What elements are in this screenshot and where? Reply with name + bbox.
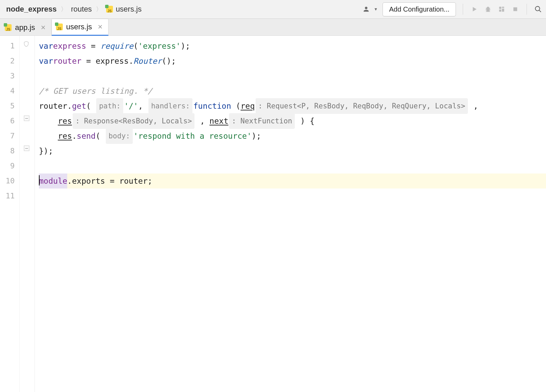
line-number-gutter: 1 2 3 4 5 6 7 8 9 10 11	[0, 36, 20, 392]
fold-toggle[interactable]	[24, 146, 29, 151]
close-icon[interactable]: ✕	[41, 24, 46, 31]
toolbar-right: ▼ Add Configuration...	[361, 2, 543, 16]
fold-gutter	[20, 36, 35, 392]
code-line: var router = express.Router();	[39, 54, 546, 69]
line-number: 7	[0, 129, 15, 144]
stop-icon[interactable]	[511, 5, 520, 14]
breadcrumb-folder[interactable]: routes	[71, 5, 92, 14]
chevron-right-icon: 〉	[96, 5, 102, 13]
inspection-shield-icon[interactable]	[23, 41, 29, 47]
run-icon[interactable]	[470, 5, 479, 14]
line-number: 4	[0, 84, 15, 99]
text-cursor	[39, 175, 40, 185]
line-number: 5	[0, 99, 15, 114]
tab-app-js[interactable]: app.js ✕	[1, 20, 52, 35]
breadcrumb: node_express 〉 routes 〉 users.js	[6, 5, 361, 14]
breadcrumb-file[interactable]: users.js	[106, 5, 142, 14]
js-file-icon	[56, 24, 63, 30]
navigation-bar: node_express 〉 routes 〉 users.js ▼ Add C…	[0, 0, 546, 19]
search-icon[interactable]	[534, 5, 543, 14]
line-number: 2	[0, 54, 15, 69]
code-line: router.get( path: '/', handlers: functio…	[39, 99, 546, 114]
chevron-down-icon: ▼	[374, 7, 378, 12]
line-number: 3	[0, 69, 15, 84]
breadcrumb-file-label: users.js	[116, 5, 142, 14]
breadcrumb-project[interactable]: node_express	[6, 5, 57, 14]
close-icon[interactable]: ✕	[98, 23, 103, 31]
code-line: var express = require('express');	[39, 39, 546, 54]
js-file-icon	[5, 24, 12, 31]
line-number: 9	[0, 159, 15, 174]
js-file-icon	[106, 6, 113, 13]
line-number: 10	[0, 174, 15, 189]
line-number: 11	[0, 189, 15, 203]
code-area[interactable]: var express = require('express'); var ro…	[35, 36, 546, 392]
debug-icon[interactable]	[484, 5, 492, 14]
chevron-right-icon: 〉	[61, 5, 67, 13]
tab-bar: app.js ✕ users.js ✕	[0, 19, 546, 36]
code-line-current: module.exports = router;	[39, 174, 546, 189]
line-number: 8	[0, 144, 15, 159]
user-dropdown[interactable]	[361, 4, 371, 14]
editor: 1 2 3 4 5 6 7 8 9 10 11 var express = re…	[0, 36, 546, 392]
add-configuration-button[interactable]: Add Configuration...	[383, 2, 456, 16]
tab-label: users.js	[66, 22, 92, 31]
coverage-icon[interactable]	[497, 5, 506, 14]
line-number: 1	[0, 39, 15, 54]
separator	[527, 4, 527, 15]
code-line: /* GET users listing. */	[39, 84, 546, 99]
tab-users-js[interactable]: users.js ✕	[52, 19, 109, 36]
code-line: });	[39, 144, 546, 159]
code-line	[39, 189, 546, 203]
separator	[463, 4, 463, 15]
code-line	[39, 69, 546, 84]
code-line: res.send( body: 'respond with a resource…	[39, 129, 546, 144]
code-line: res : Response<ResBody, Locals> , next :…	[39, 114, 546, 129]
code-line	[39, 159, 546, 174]
tab-label: app.js	[15, 23, 35, 32]
fold-toggle[interactable]	[24, 116, 29, 121]
line-number: 6	[0, 114, 15, 129]
